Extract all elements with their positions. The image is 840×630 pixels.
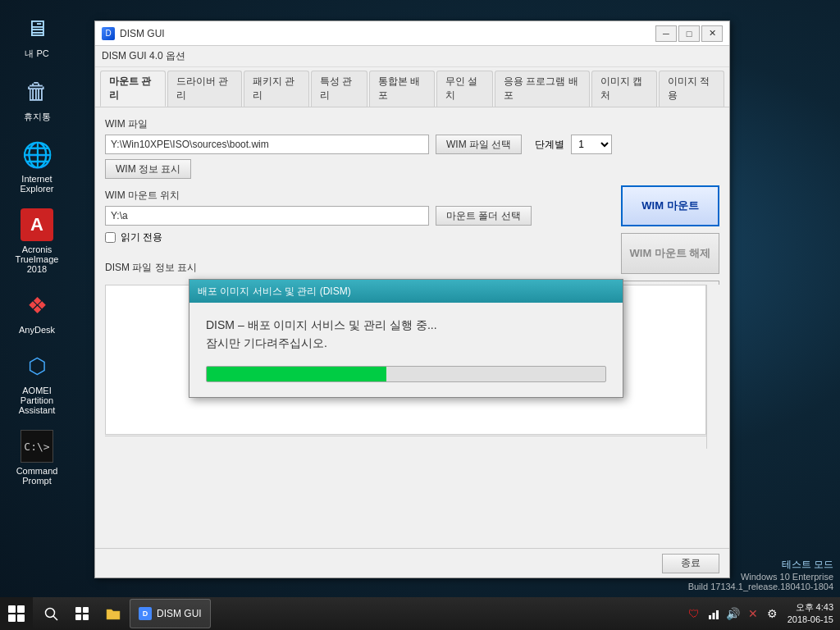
tab-apply[interactable]: 이미지 적용 bbox=[659, 71, 724, 107]
wim-file-label: WIM 파일 bbox=[105, 117, 719, 131]
tray-antivirus-icon[interactable]: 🛡 bbox=[686, 605, 702, 622]
desktop-icon-anydesk[interactable]: ❖ AnyDesk bbox=[4, 285, 70, 338]
wim-info-row: WIM 정보 표시 bbox=[105, 159, 719, 179]
minimize-button[interactable]: ─ bbox=[655, 25, 677, 42]
tab-app-deploy[interactable]: 응용 프로그램 배포 bbox=[495, 71, 590, 107]
dialog-content: DISM – 배포 이미지 서비스 및 관리 실행 중... 잠시만 기다려주십… bbox=[189, 303, 623, 392]
dism-bottom-bar: 종료 bbox=[95, 548, 729, 578]
task-view-icon bbox=[75, 606, 89, 621]
wim-mount-button[interactable]: WIM 마운트 bbox=[621, 185, 719, 226]
tab-feature[interactable]: 특성 관리 bbox=[311, 71, 368, 107]
dialog-titlebar: 배포 이미지 서비스 및 관리 (DISM) bbox=[189, 280, 623, 303]
recycle-bin-icon: 🗑 bbox=[21, 75, 53, 107]
window-title-text: DISM GUI bbox=[120, 28, 165, 39]
readonly-label: 읽기 전용 bbox=[121, 231, 162, 244]
desktop-icon-acronis-label: Acronis TrueImage 2018 bbox=[7, 244, 66, 274]
select-folder-button[interactable]: 마운트 폴더 선택 bbox=[436, 206, 532, 226]
dism-progress-dialog: 배포 이미지 서비스 및 관리 (DISM) DISM – 배포 이미지 서비스… bbox=[189, 279, 623, 398]
dialog-message: DISM – 배포 이미지 서비스 및 관리 실행 중... 잠시만 기다려주십… bbox=[206, 316, 606, 353]
taskbar-dism-icon: D bbox=[139, 607, 152, 620]
clock-time: 오후 4:43 bbox=[788, 601, 833, 614]
maximize-button[interactable]: □ bbox=[678, 25, 700, 42]
desktop-icon-recycle-bin[interactable]: 🗑 휴지통 bbox=[4, 71, 70, 126]
windows-logo-icon bbox=[8, 605, 25, 622]
wim-select-button[interactable]: WIM 파일 선택 bbox=[436, 135, 522, 154]
tray-network-icon[interactable] bbox=[705, 605, 722, 622]
tab-package[interactable]: 패키지 관리 bbox=[244, 71, 309, 107]
desktop-icon-anydesk-label: AnyDesk bbox=[19, 325, 55, 335]
desktop-icon-ie-label: Internet Explorer bbox=[7, 174, 66, 194]
wim-unmount-button[interactable]: WIM 마운트 해제 bbox=[621, 233, 719, 274]
svg-rect-3 bbox=[83, 607, 89, 613]
wim-info-button[interactable]: WIM 정보 표시 bbox=[105, 159, 191, 179]
dialog-message-line2: 잠시만 기다려주십시오. bbox=[206, 336, 327, 349]
desktop-icon-ie[interactable]: 🌐 Internet Explorer bbox=[4, 135, 70, 197]
taskbar-dism-label: DISM GUI bbox=[157, 608, 202, 619]
progress-bar-container bbox=[206, 366, 606, 382]
progress-bar-fill bbox=[207, 367, 386, 381]
tab-driver[interactable]: 드라이버 관리 bbox=[167, 71, 242, 107]
file-explorer-icon bbox=[105, 606, 121, 621]
tray-security-icon[interactable]: ✕ bbox=[745, 605, 761, 622]
wim-file-group: WIM 파일 WIM 파일 선택 단계별 1 WIM 정보 표시 bbox=[105, 117, 719, 179]
taskbar-items: D DISM GUI bbox=[36, 599, 686, 628]
desktop-icon-aomei[interactable]: ⬡ AOMEI Partition Assistant bbox=[4, 346, 70, 418]
dism-window-icon: D bbox=[102, 27, 115, 40]
desktop-icon-cmd[interactable]: C:\> Command Prompt bbox=[4, 427, 70, 489]
os-name: Windows 10 Enterprise bbox=[688, 572, 833, 582]
scrollbar-horizontal[interactable] bbox=[105, 436, 706, 449]
taskbar-tray: 🛡 🔊 ✕ ⚙ bbox=[686, 605, 788, 622]
taskbar-dism-app[interactable]: D DISM GUI bbox=[130, 599, 211, 628]
desktop-icon-acronis[interactable]: A Acronis TrueImage 2018 bbox=[4, 205, 70, 277]
tray-volume-icon[interactable]: 🔊 bbox=[725, 605, 742, 622]
dism-menu-label: DISM GUI 4.0 옵션 bbox=[102, 50, 185, 62]
acronis-icon: A bbox=[21, 208, 53, 241]
svg-rect-8 bbox=[716, 610, 719, 619]
anydesk-icon: ❖ bbox=[21, 289, 53, 322]
my-pc-icon: 🖥 bbox=[21, 11, 53, 44]
taskbar: D DISM GUI 🛡 🔊 ✕ ⚙ 오후 4:43 2018-06-15 bbox=[0, 597, 840, 630]
wim-file-row: WIM 파일 선택 단계별 1 bbox=[105, 135, 719, 154]
svg-rect-5 bbox=[83, 614, 89, 620]
taskbar-search-icon[interactable] bbox=[36, 599, 66, 628]
aomei-icon: ⬡ bbox=[21, 349, 53, 382]
window-title-area: D DISM GUI bbox=[102, 27, 165, 40]
svg-line-1 bbox=[53, 616, 57, 620]
taskbar-task-view-icon[interactable] bbox=[67, 599, 97, 628]
cmd-icon: C:\> bbox=[21, 430, 53, 463]
desktop-icon-cmd-label: Command Prompt bbox=[7, 466, 66, 486]
search-icon bbox=[43, 606, 58, 621]
ie-icon: 🌐 bbox=[21, 138, 53, 171]
tab-mount[interactable]: 마운트 관리 bbox=[100, 71, 166, 107]
svg-point-0 bbox=[46, 609, 55, 618]
build-number: Build 17134.1_release.180410-1804 bbox=[688, 582, 833, 591]
desktop: 🖥 내 PC 🗑 휴지통 🌐 Internet Explorer A Acron… bbox=[0, 0, 840, 630]
wim-file-input[interactable] bbox=[105, 135, 429, 154]
tab-integrate[interactable]: 통합본 배포 bbox=[369, 71, 435, 107]
desktop-icons-container: 🖥 내 PC 🗑 휴지통 🌐 Internet Explorer A Acron… bbox=[0, 0, 74, 497]
mount-location-input[interactable] bbox=[105, 206, 429, 226]
tab-unattend[interactable]: 무인 설치 bbox=[436, 71, 493, 107]
start-button[interactable] bbox=[0, 597, 33, 630]
dism-tabs: 마운트 관리 드라이버 관리 패키지 관리 특성 관리 통합본 배포 무인 설치… bbox=[95, 67, 729, 107]
network-icon bbox=[707, 607, 720, 620]
desktop-icon-my-pc-label: 내 PC bbox=[25, 48, 48, 60]
window-controls: ─ □ ✕ bbox=[655, 25, 723, 42]
dism-menu-bar: DISM GUI 4.0 옵션 bbox=[95, 46, 729, 67]
tab-capture[interactable]: 이미지 캡처 bbox=[591, 71, 657, 107]
tray-settings-icon[interactable]: ⚙ bbox=[765, 605, 781, 622]
svg-rect-2 bbox=[75, 607, 81, 613]
readonly-checkbox[interactable] bbox=[105, 232, 116, 243]
desktop-icon-my-pc[interactable]: 🖥 내 PC bbox=[4, 8, 70, 63]
desktop-icon-aomei-label: AOMEI Partition Assistant bbox=[7, 386, 66, 415]
taskbar-clock[interactable]: 오후 4:43 2018-06-15 bbox=[788, 601, 840, 627]
scrollbar-vertical[interactable] bbox=[706, 285, 719, 449]
test-mode-label: 테스트 모드 bbox=[688, 558, 833, 572]
dialog-title: 배포 이미지 서비스 및 관리 (DISM) bbox=[198, 285, 351, 299]
dialog-message-line1: DISM – 배포 이미지 서비스 및 관리 실행 중... bbox=[206, 318, 437, 331]
stage-select[interactable]: 1 bbox=[571, 135, 612, 154]
taskbar-file-explorer-icon[interactable] bbox=[98, 599, 128, 628]
window-titlebar: D DISM GUI ─ □ ✕ bbox=[95, 21, 729, 46]
svg-rect-7 bbox=[712, 613, 714, 619]
close-button[interactable]: ✕ bbox=[701, 25, 723, 42]
